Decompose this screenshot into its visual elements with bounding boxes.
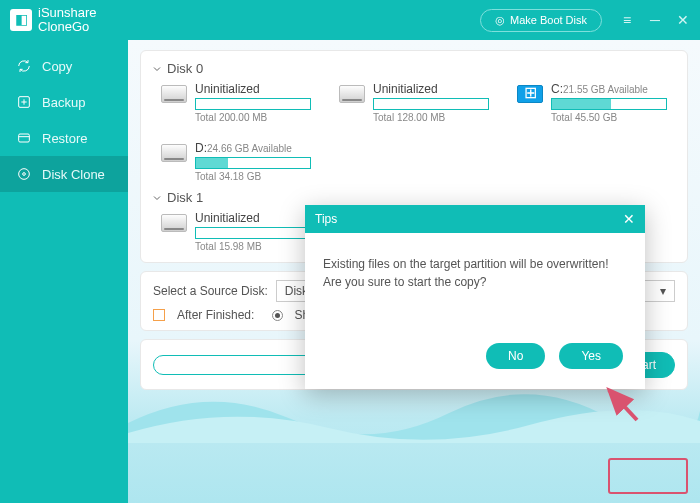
- sidebar-item-backup[interactable]: Backup: [0, 84, 128, 120]
- after-finished-label: After Finished:: [177, 308, 254, 322]
- usage-bar: [195, 157, 311, 169]
- partition-name: Uninitialized: [373, 82, 489, 96]
- tips-dialog: Tips ✕ Existing files on the target part…: [305, 205, 645, 389]
- shutdown-radio[interactable]: [272, 310, 283, 321]
- usage-bar: [373, 98, 489, 110]
- partition-total: Total 34.18 GB: [195, 171, 311, 182]
- restore-icon: [16, 130, 32, 146]
- after-finished-checkbox[interactable]: [153, 309, 165, 321]
- svg-point-2: [19, 169, 30, 180]
- dialog-close-button[interactable]: ✕: [623, 211, 635, 227]
- sidebar-item-copy[interactable]: Copy: [0, 48, 128, 84]
- partition-name: Uninitialized: [195, 82, 311, 96]
- chevron-down-icon: [151, 192, 163, 204]
- drive-icon: [161, 214, 187, 232]
- disk-header-0[interactable]: Disk 0: [151, 61, 677, 76]
- chevron-down-icon: ▾: [660, 284, 666, 298]
- app-name-2: CloneGo: [38, 20, 97, 34]
- sidebar-label: Backup: [42, 95, 85, 110]
- dialog-no-button[interactable]: No: [486, 343, 545, 369]
- dialog-message: Existing files on the target partition w…: [305, 233, 645, 343]
- partition-total: Total 128.00 MB: [373, 112, 489, 123]
- titlebar: ◧ iSunshare CloneGo ◎ Make Boot Disk ≡ ─…: [0, 0, 700, 40]
- svg-rect-1: [19, 134, 30, 142]
- partition-available: 24.66 GB Available: [207, 143, 292, 154]
- disc-icon: ◎: [495, 14, 505, 27]
- sidebar-label: Restore: [42, 131, 88, 146]
- sidebar-item-restore[interactable]: Restore: [0, 120, 128, 156]
- partition-item[interactable]: Uninitialized Total 200.00 MB: [161, 82, 311, 123]
- app-name-1: iSunshare: [38, 6, 97, 20]
- app-logo: ◧ iSunshare CloneGo: [10, 6, 97, 35]
- sidebar-label: Copy: [42, 59, 72, 74]
- partition-item[interactable]: Uninitialized Total 128.00 MB: [339, 82, 489, 123]
- make-boot-disk-label: Make Boot Disk: [510, 14, 587, 26]
- disk-title: Disk 0: [167, 61, 203, 76]
- usage-bar: [551, 98, 667, 110]
- usage-bar: [195, 227, 311, 239]
- disk-clone-icon: [16, 166, 32, 182]
- partition-total: Total 15.98 MB: [195, 241, 311, 252]
- sidebar-label: Disk Clone: [42, 167, 105, 182]
- partition-name: D:: [195, 141, 207, 155]
- sidebar: Copy Backup Restore Disk Clone: [0, 40, 128, 503]
- highlight-annotation: [608, 458, 688, 494]
- svg-point-3: [23, 173, 26, 176]
- partition-item[interactable]: D:24.66 GB Available Total 34.18 GB: [161, 141, 311, 182]
- refresh-icon: [16, 58, 32, 74]
- disk-header-1[interactable]: Disk 1: [151, 190, 677, 205]
- partition-available: 21.55 GB Available: [563, 84, 648, 95]
- drive-icon: [339, 85, 365, 103]
- partition-item[interactable]: C:21.55 GB Available Total 45.50 GB: [517, 82, 667, 123]
- menu-icon[interactable]: ≡: [620, 12, 634, 28]
- usage-bar: [195, 98, 311, 110]
- dialog-title: Tips: [315, 212, 337, 226]
- partition-name: C:: [551, 82, 563, 96]
- minimize-button[interactable]: ─: [648, 12, 662, 28]
- chevron-down-icon: [151, 63, 163, 75]
- partition-item[interactable]: Uninitialized Total 15.98 MB: [161, 211, 311, 252]
- backup-icon: [16, 94, 32, 110]
- drive-icon: [161, 85, 187, 103]
- partition-total: Total 200.00 MB: [195, 112, 311, 123]
- dialog-yes-button[interactable]: Yes: [559, 343, 623, 369]
- drive-icon: [161, 144, 187, 162]
- partition-name: Uninitialized: [195, 211, 311, 225]
- logo-icon: ◧: [10, 9, 32, 31]
- windows-drive-icon: [517, 85, 543, 103]
- partition-total: Total 45.50 GB: [551, 112, 667, 123]
- source-label: Select a Source Disk:: [153, 284, 268, 298]
- close-button[interactable]: ✕: [676, 12, 690, 28]
- make-boot-disk-button[interactable]: ◎ Make Boot Disk: [480, 9, 602, 32]
- sidebar-item-disk-clone[interactable]: Disk Clone: [0, 156, 128, 192]
- disk-title: Disk 1: [167, 190, 203, 205]
